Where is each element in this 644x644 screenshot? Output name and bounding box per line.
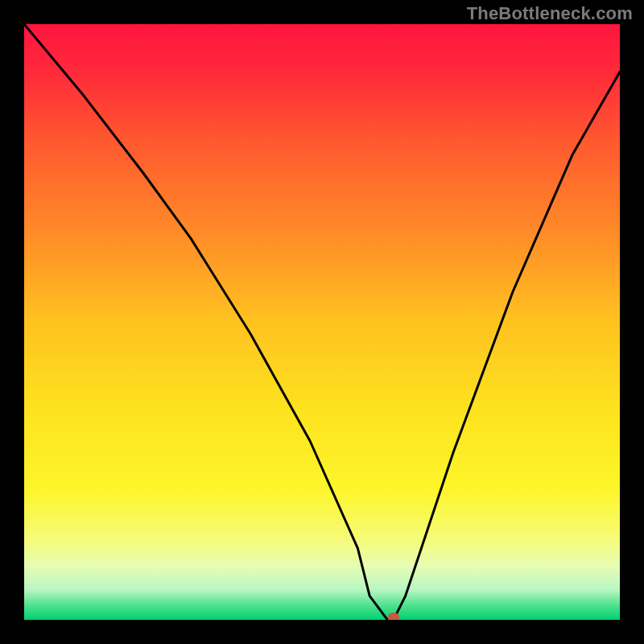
chart-frame: TheBottleneck.com — [0, 0, 644, 644]
plot-area — [24, 24, 620, 620]
optimal-point-marker — [388, 613, 399, 620]
chart-svg — [24, 24, 620, 620]
attribution-label: TheBottleneck.com — [467, 3, 633, 24]
gradient-backdrop — [24, 24, 620, 620]
